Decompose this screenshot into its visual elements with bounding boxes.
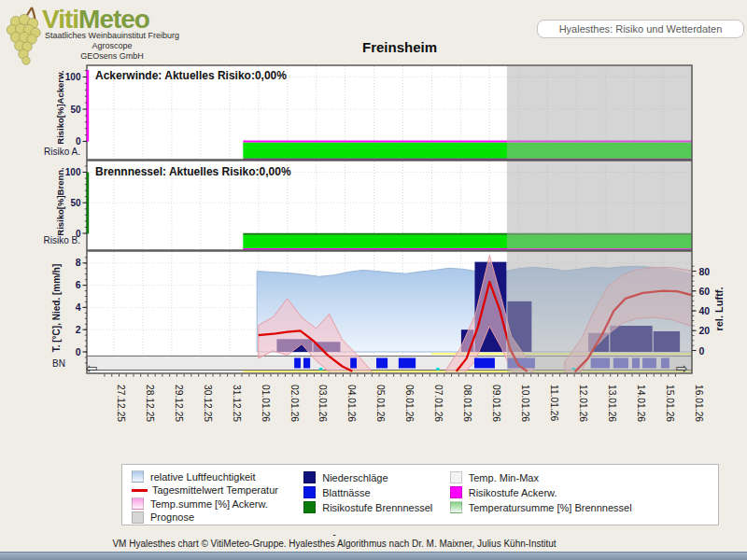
legend-swatch-icon bbox=[132, 511, 144, 524]
legend-label: Niederschläge bbox=[322, 472, 388, 483]
x-date-label: 08.01.26 bbox=[462, 385, 472, 422]
scroll-right-icon[interactable]: ⇨ bbox=[676, 363, 688, 374]
legend-label: Blattnässe bbox=[322, 487, 370, 498]
x-date-label: 05.01.26 bbox=[375, 385, 386, 422]
x-date-label: 07.01.26 bbox=[433, 385, 444, 422]
svg-text:0: 0 bbox=[76, 346, 81, 357]
leaf-wetness-bar bbox=[399, 358, 416, 369]
legend-item: Temp.summe [%] Ackerw. bbox=[132, 497, 303, 511]
svg-text:8: 8 bbox=[76, 257, 81, 268]
corner-label-risiko-a: Risiko A. bbox=[34, 147, 80, 157]
legend-swatch-icon bbox=[450, 471, 462, 483]
brand-meteo: Meteo bbox=[78, 5, 149, 34]
org-line-2: Agroscope bbox=[28, 41, 196, 50]
context-label: Hyalesthes: Risiko und Wetterdaten bbox=[537, 20, 744, 38]
x-date-label: 12.01.26 bbox=[578, 385, 588, 422]
svg-text:4: 4 bbox=[76, 301, 81, 313]
svg-text:60: 60 bbox=[699, 286, 711, 297]
legend-swatch-icon bbox=[450, 501, 462, 513]
legend-label: Prognose bbox=[150, 511, 194, 523]
footer-credit: VM Hyalesthes chart © VitiMeteo-Gruppe. … bbox=[0, 539, 669, 549]
x-date-label: 13.01.26 bbox=[607, 385, 617, 422]
legend-label: Temp. Min-Max bbox=[469, 472, 539, 483]
svg-text:2: 2 bbox=[76, 324, 81, 335]
x-date-label: 28.12.25 bbox=[145, 385, 155, 422]
x-date-label: 09.01.26 bbox=[491, 385, 501, 422]
legend-item: Prognose bbox=[132, 511, 303, 525]
x-date-label: 11.01.26 bbox=[549, 385, 559, 422]
y-axis-label-brennnessel: Risiko[%]Brenn. bbox=[55, 167, 65, 235]
legend-column-2: NiederschlägeBlattnässeRisikostufe Brenn… bbox=[303, 470, 450, 525]
org-line-3: GEOsens GmbH bbox=[28, 51, 196, 61]
panel-title-ackerwinde: Ackerwinde: Aktuelles Risiko:0,00% bbox=[95, 69, 287, 82]
legend-swatch-icon bbox=[303, 471, 316, 483]
forecast-region bbox=[507, 66, 692, 373]
legend-swatch-icon bbox=[132, 470, 144, 483]
x-date-label: 16.01.26 bbox=[694, 385, 704, 422]
leaf-wetness-bar bbox=[294, 358, 301, 369]
legend-item: Niederschläge bbox=[303, 470, 450, 484]
x-date-label: 27.12.25 bbox=[116, 385, 126, 422]
legend-swatch-icon bbox=[303, 486, 316, 498]
svg-text:20: 20 bbox=[699, 325, 711, 336]
legend-item: relative Luftfeuchtigkeit bbox=[132, 470, 303, 483]
corner-label-risiko-b: Risiko B. bbox=[34, 235, 80, 245]
y-axis-label-weather-right: rel. Luftf. bbox=[713, 287, 725, 330]
x-date-label: 30.12.25 bbox=[203, 385, 213, 422]
legend-label: Risikostufe Ackerw. bbox=[469, 487, 557, 498]
leaf-wetness-bar bbox=[376, 358, 388, 369]
x-date-label: 02.01.26 bbox=[289, 385, 300, 422]
x-date-label: 01.01.26 bbox=[261, 385, 271, 422]
svg-text:0: 0 bbox=[76, 136, 81, 147]
x-date-label: 04.01.26 bbox=[346, 385, 357, 422]
legend-swatch-icon bbox=[450, 486, 462, 498]
legend-item: Blattnässe bbox=[303, 485, 450, 499]
leaf-wetness-bar bbox=[474, 358, 495, 369]
x-date-label: 06.01.26 bbox=[404, 385, 415, 422]
y-axis-label-weather-left: T. [°C], Nied. [mm/h] bbox=[51, 264, 62, 353]
x-date-label: 31.12.25 bbox=[232, 385, 242, 422]
x-date-label: 15.01.26 bbox=[665, 385, 675, 422]
legend-item: Tagesmittelwert Temperatur bbox=[132, 484, 303, 497]
legend: relative LuftfeuchtigkeitTagesmittelwert… bbox=[121, 464, 719, 525]
legend-item: Temp. Min-Max bbox=[450, 470, 718, 484]
y-axis-label-ackerwinde: Risiko[%]Ackerw. bbox=[55, 70, 65, 144]
svg-text:40: 40 bbox=[699, 305, 711, 316]
legend-swatch-icon bbox=[132, 489, 148, 492]
scroll-left-icon[interactable]: ⇦ bbox=[86, 363, 98, 374]
legend-swatch-icon bbox=[132, 497, 144, 510]
window-bottom-bar bbox=[0, 552, 747, 560]
legend-swatch-icon bbox=[303, 501, 316, 513]
leaf-wetness-bar bbox=[350, 358, 357, 369]
corner-label-bn: BN bbox=[37, 358, 65, 369]
legend-label: Temperatursumme [%] Brennnessel bbox=[469, 502, 632, 513]
svg-text:50: 50 bbox=[70, 198, 81, 208]
legend-item: Temperatursumme [%] Brennnessel bbox=[450, 500, 718, 514]
brand-viti: Viti bbox=[42, 5, 78, 34]
x-date-label: 10.01.26 bbox=[520, 385, 530, 422]
x-date-label: 14.01.26 bbox=[636, 385, 646, 422]
legend-column-1: relative LuftfeuchtigkeitTagesmittelwert… bbox=[132, 470, 303, 525]
svg-text:6: 6 bbox=[76, 279, 81, 290]
svg-text:100: 100 bbox=[65, 167, 81, 177]
legend-column-3: Temp. Min-MaxRisikostufe Ackerw.Temperat… bbox=[450, 470, 718, 525]
panel-title-brennnessel: Brennnessel: Aktuelles Risiko:0,00% bbox=[95, 165, 291, 178]
org-line-1: Staatliches Weinbauinstitut Freiburg bbox=[28, 31, 196, 40]
legend-label: Temp.summe [%] Ackerw. bbox=[150, 498, 268, 510]
leaf-wetness-bar bbox=[303, 358, 310, 369]
legend-label: relative Luftfeuchtigkeit bbox=[150, 471, 256, 483]
page-title: Freinsheim bbox=[260, 39, 540, 55]
x-date-label: 29.12.25 bbox=[174, 385, 184, 422]
legend-item: Risikostufe Ackerw. bbox=[450, 485, 718, 499]
x-date-label: 03.01.26 bbox=[317, 385, 328, 422]
legend-item: Risikostufe Brennnessel bbox=[303, 500, 450, 514]
legend-label: Tagesmittelwert Temperatur bbox=[152, 484, 278, 496]
svg-text:0: 0 bbox=[699, 345, 705, 357]
svg-text:50: 50 bbox=[70, 105, 81, 115]
svg-text:80: 80 bbox=[699, 266, 711, 277]
legend-label: Risikostufe Brennnessel bbox=[322, 502, 432, 513]
